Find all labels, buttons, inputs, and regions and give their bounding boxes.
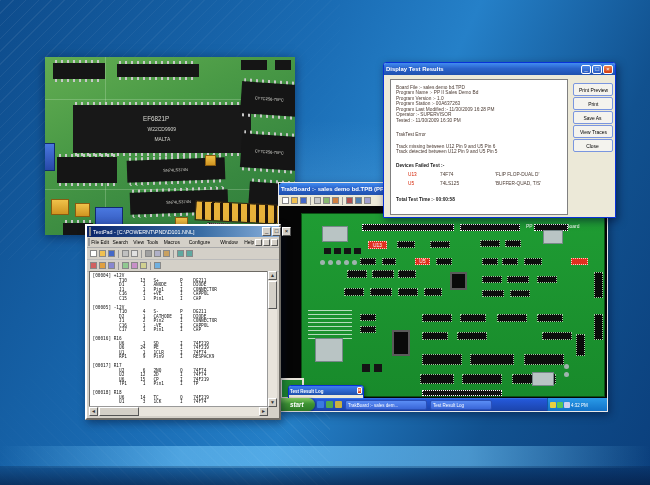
replace-icon[interactable] — [108, 262, 115, 269]
maximize-icon[interactable]: □ — [272, 227, 281, 236]
quicklaunch-desktop-icon[interactable] — [326, 401, 333, 408]
quicklaunch-media-icon[interactable] — [335, 401, 342, 408]
board-component — [420, 374, 454, 384]
chip-part-number: CY7C256-70PC — [254, 96, 283, 103]
quicklaunch-ie-icon[interactable] — [317, 401, 324, 408]
chip-part-number: EF6821P — [143, 116, 169, 123]
failed-device-ref: U13 — [396, 171, 440, 178]
menu-view[interactable]: View — [133, 239, 144, 245]
spell-check-icon[interactable] — [140, 262, 147, 269]
board-component — [322, 226, 348, 242]
new-document-icon[interactable] — [90, 250, 97, 257]
child-restore-icon[interactable] — [263, 239, 270, 246]
print-icon[interactable] — [122, 250, 129, 257]
menu-file[interactable]: File — [91, 239, 99, 245]
taskbar-button-test-result-log[interactable]: Test Result Log — [430, 400, 492, 410]
start-button[interactable]: start — [279, 398, 315, 411]
close-button[interactable]: Close — [573, 139, 613, 152]
tray-shield-icon[interactable] — [564, 402, 570, 408]
menu-configure[interactable]: Configure — [189, 239, 210, 245]
bookmark-icon[interactable] — [90, 262, 97, 269]
board-component — [315, 338, 343, 362]
photo-chip — [53, 63, 105, 79]
print-preview-button[interactable]: Print Preview — [573, 83, 613, 96]
log-dialog-title-bar[interactable]: Test Result Log × — [289, 386, 363, 395]
system-tray: 4:32 PM — [547, 398, 607, 411]
maximize-icon[interactable]: □ — [592, 65, 602, 74]
print-button[interactable]: Print — [573, 97, 613, 110]
scroll-up-icon[interactable]: ▲ — [268, 271, 277, 280]
close-icon[interactable]: × — [603, 65, 613, 74]
board-component — [344, 260, 349, 265]
child-minimize-icon[interactable] — [255, 239, 262, 246]
menu-search[interactable]: Search — [112, 239, 128, 245]
board-component — [482, 290, 504, 297]
child-close-icon[interactable] — [271, 239, 278, 246]
failed-device-ref: U5 — [396, 180, 440, 187]
horizontal-scrollbar[interactable]: ◄ ► — [89, 406, 268, 416]
results-title-bar[interactable]: Display Test Results _ □ × — [384, 63, 615, 75]
scrollbar-thumb[interactable] — [99, 407, 139, 416]
zoom-icon[interactable] — [323, 197, 330, 204]
settings-icon[interactable] — [364, 197, 371, 204]
results-icon[interactable] — [355, 197, 362, 204]
photo-chip — [57, 157, 117, 183]
cut-icon[interactable] — [145, 250, 152, 257]
board-component — [543, 230, 563, 244]
board-component — [422, 314, 452, 322]
taskbar-button-trakboard[interactable]: TrakBoard :- sales dem... — [345, 400, 427, 410]
view-traces-button[interactable]: View Traces — [573, 125, 613, 138]
close-icon[interactable]: × — [282, 227, 291, 236]
netlist-text: [00004] +12V T10 13 S+ P DG211 D1 1 ANOD… — [90, 272, 268, 407]
macro-play-icon[interactable] — [131, 262, 138, 269]
test-icon[interactable] — [346, 197, 353, 204]
board-component — [594, 314, 603, 340]
scrollbar-thumb[interactable] — [268, 281, 277, 309]
menu-window[interactable]: Window — [221, 239, 239, 245]
failed-device-desc: 'BUFFER-QUAD, T/S' — [495, 180, 541, 187]
menu-macros[interactable]: Macros — [164, 239, 180, 245]
close-icon[interactable]: × — [357, 387, 362, 394]
textpad-title-bar[interactable]: TextPad - [C:\POWERNT\PND\D101.NNL] _ □ … — [87, 226, 279, 237]
scroll-right-icon[interactable]: ► — [259, 407, 268, 416]
new-icon[interactable] — [282, 197, 289, 204]
open-icon[interactable] — [291, 197, 298, 204]
chip-part-number: CY7C256-70PC — [254, 149, 283, 156]
scroll-left-icon[interactable]: ◄ — [89, 407, 98, 416]
paste-icon[interactable] — [163, 250, 170, 257]
menu-help[interactable]: Help — [244, 239, 254, 245]
minimize-icon[interactable]: _ — [262, 227, 271, 236]
save-icon[interactable] — [108, 250, 115, 257]
probe-icon[interactable] — [332, 197, 339, 204]
board-component — [576, 334, 585, 356]
board-component — [542, 332, 572, 340]
undo-icon[interactable] — [177, 250, 184, 257]
print-preview-icon[interactable] — [131, 250, 138, 257]
failed-component[interactable]: U5 — [415, 258, 430, 265]
redo-icon[interactable] — [186, 250, 193, 257]
save-icon[interactable] — [300, 197, 307, 204]
failed-component[interactable]: U13 — [368, 241, 387, 249]
copy-icon[interactable] — [154, 250, 161, 257]
board-component — [398, 270, 416, 278]
vertical-scrollbar[interactable]: ▲ ▼ — [267, 271, 277, 407]
textpad-document-area[interactable]: [00004] +12V T10 13 S+ P DG211 D1 1 ANOD… — [89, 271, 268, 407]
tray-volume-icon[interactable] — [550, 402, 556, 408]
board-component — [502, 258, 518, 265]
find-icon[interactable] — [99, 262, 106, 269]
scroll-down-icon[interactable]: ▼ — [268, 398, 277, 407]
pcb-layout-view[interactable]: PP II Sales Demo Board U13U5 — [301, 213, 605, 397]
open-folder-icon[interactable] — [99, 250, 106, 257]
board-component — [564, 364, 569, 369]
save-as-button[interactable]: Save As — [573, 111, 613, 124]
help-icon[interactable] — [154, 262, 161, 269]
macro-record-icon[interactable] — [122, 262, 129, 269]
minimize-icon[interactable]: _ — [581, 65, 591, 74]
print-icon[interactable] — [314, 197, 321, 204]
failed-component[interactable] — [571, 258, 588, 265]
tray-network-icon[interactable] — [557, 402, 563, 408]
board-component — [537, 314, 563, 322]
menu-edit[interactable]: Edit — [100, 239, 109, 245]
menu-tools[interactable]: Tools — [147, 239, 159, 245]
pcb-photo: EF6821P W22CD9909 MALTA CY7C256-70PC CY7… — [45, 57, 295, 235]
